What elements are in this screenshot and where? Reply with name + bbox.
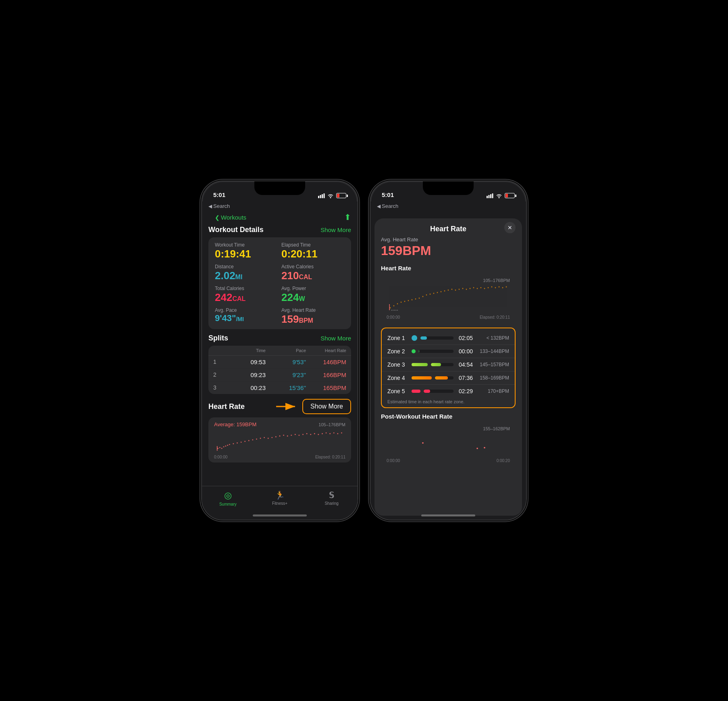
- svg-point-71: [462, 288, 464, 289]
- col-pace: Pace: [266, 348, 306, 353]
- wifi-icon: [327, 193, 334, 198]
- status-icons: [318, 193, 346, 198]
- svg-point-64: [437, 292, 438, 293]
- page-header: ❮ Workouts ⬆: [202, 210, 358, 226]
- tab-sharing[interactable]: 𝕊 Sharing: [306, 490, 358, 506]
- hr-section-title: Heart Rate: [381, 265, 516, 272]
- search-back[interactable]: ◀ Search: [202, 201, 358, 210]
- svg-point-91: [397, 310, 398, 311]
- svg-point-79: [491, 286, 493, 288]
- stat-label: Active Calories: [281, 264, 345, 270]
- battery-icon: [505, 193, 515, 198]
- post-time-start: 0:00:00: [387, 458, 400, 463]
- tab-summary-label: Summary: [219, 502, 237, 506]
- status-time: 5:01: [382, 191, 394, 198]
- split-pace: 15'36'': [266, 384, 306, 391]
- zone-2-time: 00:00: [457, 348, 473, 355]
- left-phone: 5:01 ◀ Search: [201, 180, 358, 521]
- hr-range-label: 105–176BPM: [318, 422, 345, 427]
- splits-card: Time Pace Heart Rate 1 09:53 9'53'' 146B…: [208, 346, 351, 394]
- zone-row-1: Zone 1 02:05 < 132BPM: [382, 332, 515, 345]
- section-header: Workout Details Show More: [208, 226, 351, 234]
- hr-show-more-button[interactable]: Show More: [302, 399, 351, 414]
- split-pace: 9'53'': [266, 359, 306, 365]
- svg-point-13: [229, 444, 230, 445]
- svg-point-61: [426, 295, 427, 296]
- post-time-labels: 0:00:00 0:00:20: [387, 458, 510, 463]
- hr-chart-card: Average: 159BPM 105–176BPM: [208, 417, 351, 462]
- stat-active-calories: Active Calories 210CAL: [281, 264, 345, 281]
- svg-point-59: [419, 298, 420, 299]
- stat-total-calories: Total Calories 242CAL: [215, 286, 278, 303]
- tab-summary[interactable]: ◎ Summary: [202, 490, 254, 506]
- splits-section: Splits Show More Time Pace Heart Rate 1 …: [202, 334, 358, 399]
- workouts-label: Workouts: [221, 214, 246, 221]
- tab-fitness[interactable]: 🏃 Fitness+: [254, 490, 306, 506]
- hr-avg-label: Average: 159BPM: [214, 421, 256, 427]
- svg-point-54: [401, 302, 402, 303]
- splits-show-more[interactable]: Show More: [320, 335, 351, 342]
- phone-content-right: ◀ Search Heart Rate ✕ Avg. Heart Rate 15…: [370, 201, 526, 520]
- zone-2-name: Zone 2: [387, 348, 408, 355]
- workouts-back[interactable]: ❮ Workouts: [208, 212, 253, 222]
- stat-workout-time: Workout Time 0:19:41: [215, 242, 278, 259]
- stats-card: Workout Time 0:19:41 Elapsed Time 0:20:1…: [208, 237, 351, 329]
- svg-point-70: [459, 289, 460, 290]
- sharing-icon: 𝕊: [329, 490, 334, 500]
- splits-header: Splits Show More: [208, 334, 351, 342]
- svg-point-66: [444, 290, 445, 292]
- svg-point-76: [480, 287, 482, 288]
- zone-row-5: Zone 5 02:29 170+BPM: [382, 385, 515, 398]
- svg-point-94: [484, 447, 485, 448]
- split-num: 3: [213, 384, 225, 391]
- search-back-right[interactable]: ◀ Search: [370, 201, 526, 210]
- svg-point-27: [283, 435, 284, 436]
- svg-rect-46: [487, 196, 488, 198]
- modal-body: Avg. Heart Rate 159BPM Heart Rate 105–17…: [374, 236, 522, 473]
- modal-close-button[interactable]: ✕: [504, 222, 516, 233]
- split-time: 09:53: [225, 359, 266, 365]
- post-hr-range: 155–162BPM: [387, 426, 510, 431]
- svg-point-44: [217, 450, 218, 451]
- stat-label: Avg. Power: [281, 286, 345, 291]
- share-button[interactable]: ⬆: [344, 212, 351, 222]
- svg-point-74: [473, 287, 474, 288]
- stat-label: Avg. Heart Rate: [281, 307, 345, 313]
- stat-avg-hr: Avg. Heart Rate 159BPM: [281, 307, 345, 324]
- workouts-chevron: ❮: [215, 214, 220, 221]
- svg-point-86: [389, 304, 390, 305]
- section-title: Workout Details: [208, 226, 264, 234]
- close-icon: ✕: [508, 224, 512, 231]
- col-hr: Heart Rate: [306, 348, 346, 353]
- workout-show-more[interactable]: Show More: [320, 226, 351, 233]
- split-hr: 165BPM: [306, 384, 346, 391]
- svg-point-56: [408, 300, 409, 301]
- modal-header: Heart Rate ✕: [374, 218, 522, 236]
- svg-point-34: [310, 434, 311, 435]
- wifi-icon: [496, 193, 502, 198]
- svg-rect-0: [318, 196, 319, 198]
- zone-1-time: 02:05: [457, 335, 473, 341]
- status-time: 5:01: [213, 191, 225, 198]
- svg-point-42: [341, 432, 342, 433]
- modal-time-start: 0:00:00: [387, 315, 400, 319]
- svg-point-87: [391, 310, 392, 311]
- stat-label: Total Calories: [215, 286, 278, 291]
- svg-point-9: [221, 448, 223, 449]
- hr-range-top: 105–176BPM: [387, 278, 510, 283]
- svg-point-12: [227, 445, 228, 446]
- hr-chart-area: [214, 429, 345, 453]
- battery-icon: [336, 193, 346, 198]
- hr-chart-modal: 105–176BPM: [381, 274, 516, 323]
- svg-point-75: [477, 288, 478, 289]
- svg-point-7: [217, 448, 218, 449]
- modal-time-elapsed: Elapsed: 0:20:11: [480, 315, 510, 319]
- svg-point-92: [422, 442, 424, 444]
- svg-point-62: [430, 294, 431, 295]
- svg-rect-47: [489, 195, 490, 198]
- post-workout-chart: 155–162BPM 0:00:00 0:00:20: [381, 422, 516, 466]
- svg-point-16: [241, 442, 242, 443]
- signal-icon: [318, 193, 325, 198]
- svg-point-10: [223, 446, 225, 448]
- split-time: 00:23: [225, 384, 266, 391]
